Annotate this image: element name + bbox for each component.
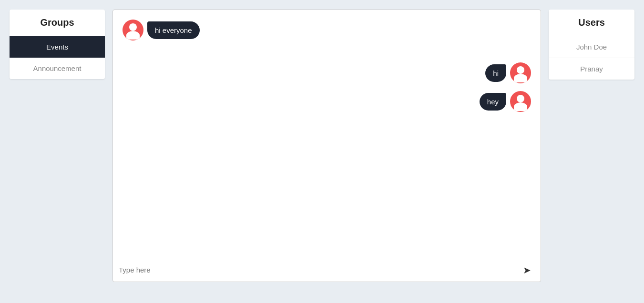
message-bubble: hey: [480, 93, 506, 111]
avatar: [510, 91, 531, 112]
chat-input[interactable]: [119, 262, 519, 278]
groups-title: Groups: [10, 10, 105, 36]
message-row: hi everyone: [123, 20, 531, 40]
sidebar-item-announcement[interactable]: Announcement: [10, 58, 105, 79]
message-bubble: hi: [485, 64, 506, 82]
groups-panel: Groups Events Announcement: [10, 10, 105, 79]
chat-messages: hi everyone hi hey: [113, 10, 541, 258]
chat-container: hi everyone hi hey ➤: [112, 10, 541, 282]
message-bubble: hi everyone: [147, 21, 200, 39]
user-item-pranay: Pranay: [549, 58, 634, 80]
chat-input-area: ➤: [113, 258, 541, 282]
message-row: hi: [480, 62, 531, 83]
avatar: [123, 20, 143, 40]
avatar: [510, 62, 531, 83]
users-title: Users: [549, 10, 634, 36]
sidebar-item-events[interactable]: Events: [10, 36, 105, 58]
message-row: hey: [480, 91, 531, 112]
send-button[interactable]: ➤: [519, 263, 535, 278]
user-item-john: John Doe: [549, 36, 634, 58]
send-icon: ➤: [523, 264, 531, 276]
users-panel: Users John Doe Pranay: [549, 10, 634, 80]
